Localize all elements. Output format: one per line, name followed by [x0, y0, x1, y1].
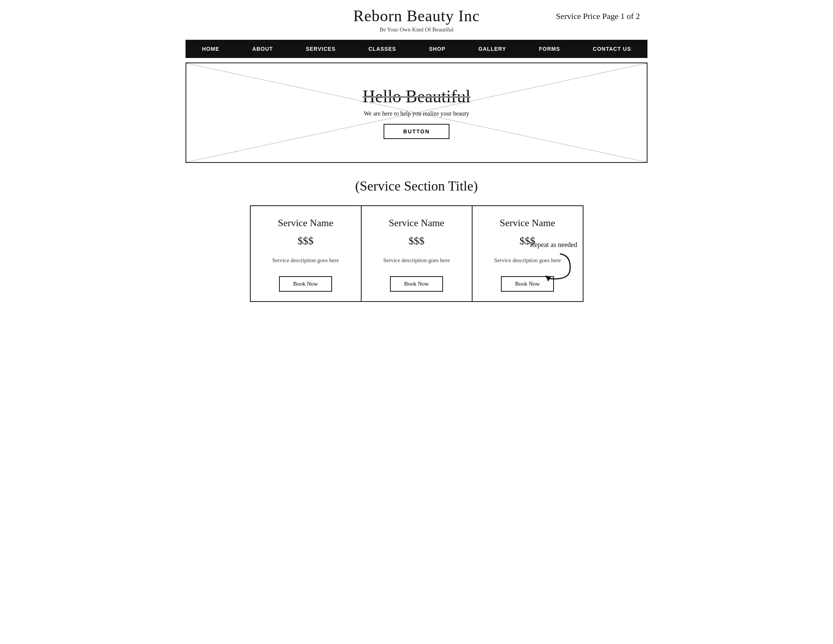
service-name-3: Service Name [480, 217, 575, 229]
page-info: Service Price Page 1 of 2 [556, 11, 640, 21]
hero-subtitle: We are here to help you realize your bea… [364, 110, 470, 117]
repeat-arrow-icon [538, 252, 576, 283]
book-now-button-2[interactable]: Book Now [390, 276, 442, 292]
hero-banner: Hello Beautiful We are here to help you … [185, 63, 648, 163]
hero-title: Hello Beautiful [363, 86, 471, 106]
nav-contact-us[interactable]: CONTACT US [589, 40, 635, 58]
site-tagline: Be Your Own Kind Of Beautiful [185, 27, 648, 33]
nav-classes[interactable]: CLASSES [365, 40, 400, 58]
site-header: Service Price Page 1 of 2 Reborn Beauty … [185, 0, 648, 36]
service-price-2: $$$ [369, 235, 464, 247]
repeat-annotation: Repeat as needed [530, 242, 591, 283]
repeat-label: Repeat as needed [530, 242, 591, 249]
nav-services[interactable]: SERVICES [302, 40, 339, 58]
nav-forms[interactable]: FORMS [535, 40, 564, 58]
service-desc-2: Service description goes here [369, 256, 464, 265]
nav-gallery[interactable]: GALLERY [474, 40, 510, 58]
nav-home[interactable]: HOME [198, 40, 223, 58]
nav-shop[interactable]: SHOP [425, 40, 449, 58]
service-card-1: Service Name $$$ Service description goe… [250, 205, 362, 302]
main-nav: HOME ABOUT SERVICES CLASSES SHOP GALLERY… [185, 40, 648, 58]
hero-button[interactable]: BUTTON [384, 124, 449, 139]
service-name-1: Service Name [258, 217, 353, 229]
service-desc-1: Service description goes here [258, 256, 353, 265]
service-card-2: Service Name $$$ Service description goe… [361, 205, 473, 302]
service-name-2: Service Name [369, 217, 464, 229]
services-section: (Service Section Title) Service Name $$$… [185, 163, 648, 313]
book-now-button-1[interactable]: Book Now [279, 276, 332, 292]
services-section-title: (Service Section Title) [185, 178, 648, 194]
service-price-1: $$$ [258, 235, 353, 247]
nav-about[interactable]: ABOUT [248, 40, 277, 58]
